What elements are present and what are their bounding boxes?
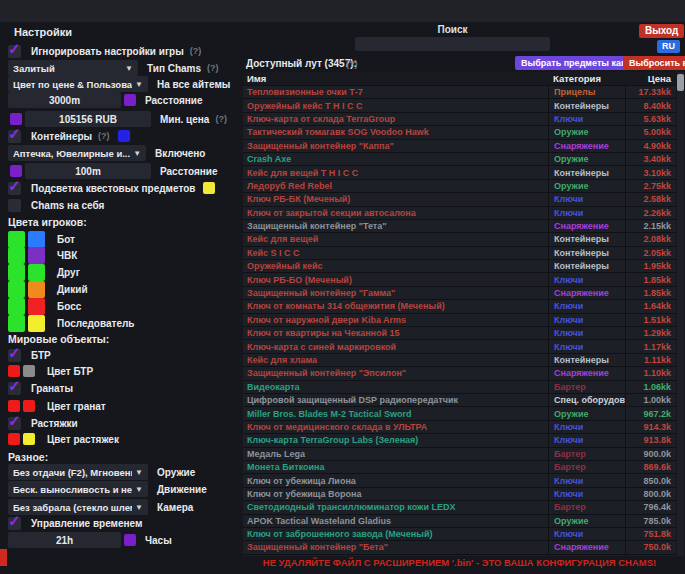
table-row[interactable]: Защищенный контейнер "Эпсилон"Снаряжение… (243, 367, 676, 380)
column-header-price[interactable]: Цена (625, 72, 676, 85)
accent-swatch[interactable] (10, 165, 22, 177)
color-swatch[interactable] (8, 264, 25, 281)
table-row[interactable]: Ключ-карта TerraGroup Labs (Зеленая)Ключ… (243, 434, 676, 447)
checkbox[interactable]: ✓ (8, 45, 21, 58)
item-category: Контейнеры (548, 260, 625, 272)
table-row[interactable]: Кейс для хламаКонтейнеры1.11kk (243, 354, 676, 367)
color-swatch[interactable] (118, 130, 130, 142)
color-swatch[interactable] (28, 315, 45, 332)
color-swatch[interactable] (28, 281, 45, 298)
discard-all-button[interactable]: Выбросить все (623, 56, 685, 70)
table-row[interactable]: Ключ от убежища ВоронаКлючи800.0k (243, 488, 676, 501)
color-swatch[interactable] (28, 264, 45, 281)
color-swatch[interactable] (203, 182, 215, 194)
table-row[interactable]: Ключ от закрытой секции автосалонаКлючи2… (243, 207, 676, 220)
item-category: Бартер (548, 461, 625, 473)
color-swatch[interactable] (8, 315, 25, 332)
color-swatch[interactable] (23, 433, 35, 445)
color-swatch[interactable] (28, 298, 45, 315)
table-row[interactable]: Кейс S I C CКонтейнеры2.05kk (243, 247, 676, 260)
table-row[interactable]: Ключ от медицинского склада в УЛЬТРАКлюч… (243, 421, 676, 434)
checkbox[interactable]: ✓ (8, 130, 21, 143)
checkbox-label: Управление временем (31, 518, 142, 529)
checkbox[interactable] (8, 199, 21, 212)
table-row[interactable]: Защищенный контейнер "Бета"Снаряжение750… (243, 541, 676, 554)
color-swatch[interactable] (28, 247, 45, 264)
table-row[interactable]: Miller Bros. Blades M-2 Tactical SwordОр… (243, 407, 676, 420)
table-row[interactable]: Ключ-карта с синей маркировкойКлючи1.17k… (243, 340, 676, 353)
checkbox[interactable]: ✓ (8, 182, 21, 195)
search-input[interactable] (355, 37, 550, 51)
checkbox[interactable]: ✓ (8, 417, 21, 430)
table-row[interactable]: ВидеокартаБартер1.06kk (243, 381, 676, 394)
item-price: 913.8k (625, 434, 676, 446)
table-row[interactable]: Ключ от комнаты 314 общежития (Меченый)К… (243, 300, 676, 313)
color-swatch[interactable] (8, 231, 25, 248)
table-row[interactable]: Ключ-карта от склада TerraGroupКлючи5.63… (243, 113, 676, 126)
accent-swatch[interactable] (124, 534, 136, 546)
dropdown-value: Цвет по цене & Пользователь (13, 79, 132, 90)
settings-title: Настройки (14, 26, 72, 38)
table-row[interactable]: Ключ от квартиры на Чеканной 15Ключи1.29… (243, 327, 676, 340)
color-swatch[interactable] (8, 281, 25, 298)
table-row[interactable]: Тепловизионные очки Т-7Прицелы17.33kk (243, 86, 676, 99)
table-row[interactable]: Ключ от заброшенного завода (Меченый)Клю… (243, 528, 676, 541)
table-scrollbar[interactable] (677, 72, 684, 556)
scrollbar-thumb[interactable] (677, 74, 684, 91)
table-row[interactable]: Оружейный кейсКонтейнеры1.95kk (243, 260, 676, 273)
table-row[interactable]: Монета БиткоинаБартер869.6k (243, 461, 676, 474)
table-row[interactable]: APOK Tactical Wasteland GladiusОружие785… (243, 515, 676, 528)
table-row[interactable] (243, 555, 676, 556)
column-header-category[interactable]: Категория (548, 72, 625, 85)
dropdown[interactable]: Без забрала (стекло шлема)▼ (8, 499, 148, 515)
table-row[interactable]: Оружейный кейс T H I C CКонтейнеры8.40kk (243, 99, 676, 112)
text-input[interactable]: 21h (8, 532, 121, 548)
table-row[interactable]: Ключ РБ-БК (Меченый)Ключи2.58kk (243, 193, 676, 206)
color-swatch[interactable] (23, 365, 35, 377)
table-row[interactable]: Медаль LegaБартер900.0k (243, 448, 676, 461)
dropdown[interactable]: Залитый▼ (8, 60, 138, 76)
accent-swatch[interactable] (124, 94, 136, 106)
table-row[interactable]: Кейс для вещей T H I C CКонтейнеры3.10kk (243, 166, 676, 179)
checkbox[interactable]: ✓ (8, 517, 21, 530)
table-row[interactable]: Защищенный контейнер "Каппа"Снаряжение4.… (243, 140, 676, 153)
checkmark-icon: ✓ (8, 125, 21, 143)
color-swatch[interactable] (28, 231, 45, 248)
item-price: 8.40kk (625, 99, 676, 111)
checkbox[interactable]: ✓ (8, 349, 21, 362)
table-row[interactable]: Ключ от наружной двери Kiba ArmsКлючи1.5… (243, 314, 676, 327)
color-swatch[interactable] (8, 365, 20, 377)
table-row[interactable]: Защищенный контейнер "Тета"Снаряжение2.1… (243, 220, 676, 233)
color-swatch[interactable] (23, 400, 35, 412)
table-row[interactable]: Ключ РБ-БО (Меченый)Ключи1.85kk (243, 273, 676, 286)
dropdown[interactable]: Цвет по цене & Пользователь▼ (8, 76, 148, 92)
table-row[interactable]: Ключ от убежища ЛионаКлючи850.0k (243, 474, 676, 487)
color-swatch[interactable] (8, 400, 20, 412)
checkbox[interactable]: ✓ (8, 382, 21, 395)
accent-swatch[interactable] (10, 113, 22, 125)
item-price: 796.4k (625, 501, 676, 513)
dropdown[interactable]: Беск. выносливость и нет уста▼ (8, 481, 148, 497)
dropdown[interactable]: Аптечка, Ювелирные и...▼ (8, 145, 146, 161)
dropdown[interactable]: Без отдачи (F2), Мгновенное п▼ (8, 464, 148, 480)
table-row[interactable]: Светодиодный трансиллюминатор кожи LEDXБ… (243, 501, 676, 514)
table-row[interactable]: Кейс для вещейКонтейнеры2.08kk (243, 233, 676, 246)
table-row[interactable]: Тактический томагавк SOG Voodoo HawkОруж… (243, 126, 676, 139)
color-swatch[interactable] (8, 298, 25, 315)
color-swatch[interactable] (8, 433, 20, 445)
text-input[interactable]: 100m (25, 163, 151, 179)
text-input[interactable]: 3000m (8, 92, 121, 108)
language-button[interactable]: RU (657, 40, 680, 53)
item-price: 2.75kk (625, 180, 676, 192)
text-input[interactable]: 105156 RUB (25, 111, 151, 127)
table-row[interactable]: Цифровой защищенный DSP радиопередатчикС… (243, 394, 676, 407)
color-swatch[interactable] (8, 247, 25, 264)
column-header-name[interactable]: Имя (243, 73, 548, 84)
table-row[interactable]: Crash AxeОружие3.40kk (243, 153, 676, 166)
table-row[interactable]: Защищенный контейнер "Гамма"Снаряжение1.… (243, 287, 676, 300)
table-row[interactable]: Ледоруб Red RebelОружие2.75kk (243, 180, 676, 193)
sidebar-row: 21hЧасы (8, 532, 172, 548)
exit-button[interactable]: Выход (639, 24, 684, 38)
item-price: 1.06kk (625, 381, 676, 393)
item-category: Ключи (548, 113, 625, 125)
